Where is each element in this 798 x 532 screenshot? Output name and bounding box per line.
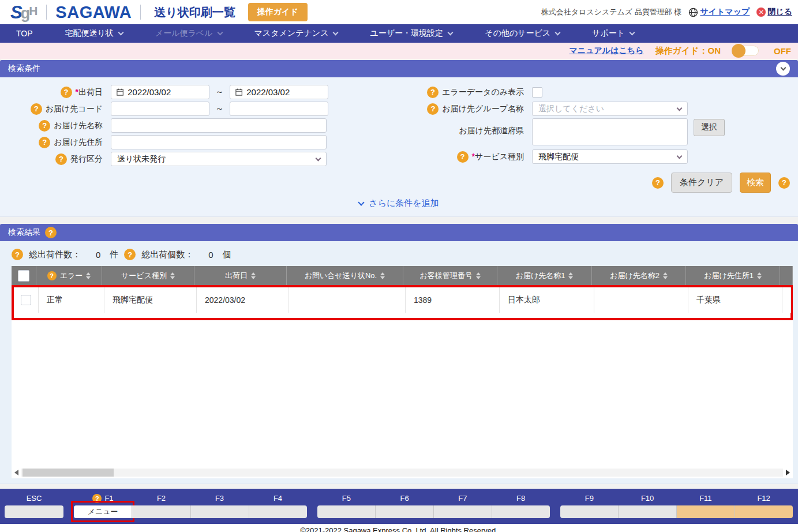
- toggle-knob: [732, 44, 745, 58]
- scrollbar-thumb[interactable]: [23, 469, 114, 477]
- error-only-checkbox[interactable]: [532, 87, 542, 98]
- fkey-button-f11[interactable]: [677, 505, 735, 518]
- nav-item-takuhaibin-okurijo[interactable]: 宅配便送り状: [65, 28, 123, 39]
- cell-dest-addr1: 千葉県: [688, 287, 782, 313]
- dest-pref-textarea[interactable]: [532, 118, 688, 145]
- column-header-service[interactable]: サービス種別: [102, 266, 194, 285]
- nav-item-support[interactable]: サポート: [592, 28, 634, 39]
- column-header-dest-name1[interactable]: お届け先名称1: [497, 266, 592, 285]
- collapse-panel-button[interactable]: [776, 62, 790, 76]
- fkey-button-f3[interactable]: [191, 505, 249, 518]
- column-header-tracking-no[interactable]: お問い合せ送り状No.: [287, 266, 403, 285]
- close-icon: ✕: [756, 8, 766, 17]
- fkey-button-esc[interactable]: [5, 505, 63, 518]
- top-header: SgH SAGAWA 送り状印刷一覧 操作ガイド 株式会社タロスシステムズ 品質…: [0, 0, 798, 24]
- clear-conditions-button[interactable]: 条件クリア: [671, 173, 732, 193]
- ship-date-to-input[interactable]: [246, 87, 323, 97]
- sub-bar: マニュアルはこちら 操作ガイド：ON OFF: [0, 43, 798, 59]
- select-all-header: [12, 266, 36, 285]
- fkey-button-f4[interactable]: [249, 505, 307, 518]
- help-icon[interactable]: ?: [427, 103, 439, 115]
- search-panel-body: ?*出荷日 ～ ?お届け先コード: [0, 77, 798, 217]
- help-icon[interactable]: ?: [47, 271, 57, 280]
- guide-toggle[interactable]: [733, 46, 759, 56]
- dest-pref-label: お届け先都道府県: [459, 126, 524, 136]
- fkey-button-f5[interactable]: [317, 505, 376, 518]
- issue-type-label: 発行区分: [70, 154, 103, 164]
- sagawa-brand: SAGAWA: [55, 4, 132, 21]
- help-icon[interactable]: ?: [55, 153, 67, 165]
- fkey-button-f1-menu[interactable]: メニュー: [74, 505, 132, 518]
- sitemap-link[interactable]: サイトマップ: [688, 7, 750, 17]
- sort-icon: [476, 272, 481, 279]
- help-icon[interactable]: ?: [12, 249, 23, 260]
- manual-link[interactable]: マニュアルはこちら: [569, 46, 643, 56]
- main-nav: TOP 宅配便送り状 メール便ラベル マスタメンテナンス ユーザー・環境設定 そ…: [0, 24, 798, 43]
- help-icon[interactable]: ?: [39, 120, 50, 132]
- issue-type-select[interactable]: 送り状未発行: [111, 152, 327, 166]
- help-icon[interactable]: ?: [124, 249, 136, 260]
- pref-select-button[interactable]: 選択: [694, 119, 725, 136]
- column-header-dest-addr1[interactable]: お届け先住所1: [686, 266, 780, 285]
- column-header-dest-name2[interactable]: お届け先名称2: [592, 266, 686, 285]
- fkey-button-f8[interactable]: [492, 505, 550, 518]
- dest-address-input[interactable]: [111, 135, 327, 149]
- operation-guide-button[interactable]: 操作ガイド: [248, 3, 308, 21]
- scroll-right-arrow[interactable]: [786, 470, 790, 475]
- fkey-label-f7: F7: [434, 494, 492, 503]
- search-button[interactable]: 検索: [740, 173, 771, 193]
- table-row[interactable]: 正常 飛脚宅配便 2022/03/02 1389 日本太郎 千葉県 5: [14, 287, 790, 313]
- select-all-checkbox[interactable]: [18, 270, 29, 282]
- footer: ©2021-2022 Sagawa Express Co.,Ltd. All R…: [0, 524, 798, 532]
- column-header-clipped[interactable]: [780, 266, 793, 285]
- results-panel-title: 検索結果: [8, 227, 40, 238]
- dest-name-input[interactable]: [111, 118, 327, 133]
- results-table: ?エラー サービス種別 出荷日 お問い合せ送り状No. お客様管理番号 お届け先…: [12, 266, 793, 478]
- chevron-down-icon: [677, 153, 683, 159]
- help-icon[interactable]: ?: [778, 177, 790, 189]
- help-icon[interactable]: ?: [45, 227, 57, 238]
- scroll-left-arrow[interactable]: [14, 470, 18, 475]
- help-icon[interactable]: ?: [457, 151, 469, 163]
- fkey-button-f10[interactable]: [619, 505, 677, 518]
- row-checkbox[interactable]: [21, 295, 31, 305]
- help-icon[interactable]: ?: [92, 494, 102, 503]
- nav-item-user-settings[interactable]: ユーザー・環境設定: [370, 28, 452, 39]
- ship-date-to-field[interactable]: [230, 85, 328, 99]
- help-icon[interactable]: ?: [652, 177, 664, 189]
- fkey-button-f12[interactable]: [735, 505, 793, 518]
- dest-code-from-input[interactable]: [111, 102, 209, 116]
- dest-group-select[interactable]: 選択してください: [532, 102, 688, 116]
- help-icon[interactable]: ?: [61, 87, 72, 98]
- chevron-down-icon: [333, 29, 339, 35]
- fkey-button-f2[interactable]: [132, 505, 190, 518]
- fkey-button-f9[interactable]: [560, 505, 619, 518]
- nav-item-other-services[interactable]: その他のサービス: [485, 28, 560, 39]
- annotation-red-frame: 正常 飛脚宅配便 2022/03/02 1389 日本太郎 千葉県 5: [12, 285, 793, 320]
- scrollbar-track[interactable]: [21, 469, 783, 477]
- guide-toggle-off-label: OFF: [774, 46, 791, 56]
- sgh-logo: SgH: [10, 3, 38, 21]
- column-header-customer-no[interactable]: お客様管理番号: [403, 266, 497, 285]
- cell-dest-name1: 日本太郎: [500, 287, 594, 313]
- ship-date-from-field[interactable]: [111, 85, 209, 99]
- dest-code-to-input[interactable]: [230, 102, 328, 116]
- service-type-select[interactable]: 飛脚宅配便: [532, 149, 688, 164]
- sort-icon: [757, 272, 762, 279]
- cell-clipped: 5: [782, 287, 791, 313]
- fkey-button-f6[interactable]: [376, 505, 434, 518]
- chevron-down-icon: [316, 155, 321, 161]
- search-panel-header: 検索条件: [0, 60, 798, 77]
- help-icon[interactable]: ?: [427, 87, 439, 98]
- nav-item-master-maintenance[interactable]: マスタメンテナンス: [254, 28, 338, 39]
- help-icon[interactable]: ?: [31, 103, 42, 115]
- close-link[interactable]: ✕ 閉じる: [756, 7, 792, 17]
- nav-item-top[interactable]: TOP: [16, 29, 33, 38]
- add-condition-link[interactable]: さらに条件を追加: [0, 193, 798, 215]
- horizontal-scrollbar: [12, 467, 793, 478]
- column-header-error[interactable]: ?エラー: [36, 266, 102, 285]
- fkey-button-f7[interactable]: [434, 505, 492, 518]
- column-header-ship-date[interactable]: 出荷日: [194, 266, 287, 285]
- help-icon[interactable]: ?: [39, 137, 50, 148]
- ship-date-from-input[interactable]: [128, 87, 204, 97]
